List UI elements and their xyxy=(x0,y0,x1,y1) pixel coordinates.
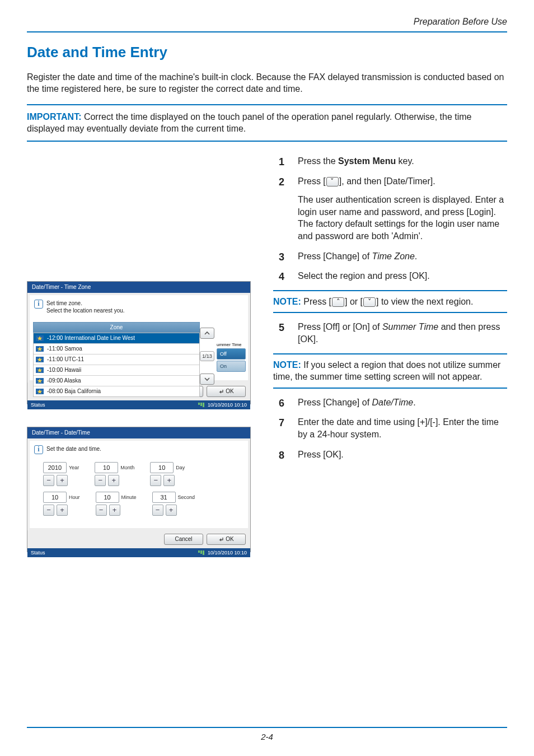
hour-value: 10 xyxy=(43,492,67,503)
flag-icon xyxy=(36,335,44,341)
flag-icon xyxy=(36,357,44,362)
step-2-para1: The user authentication screen is displa… xyxy=(298,194,507,218)
month-label: Month xyxy=(120,462,134,471)
info-icon: i xyxy=(34,445,43,454)
cancel-button[interactable]: Cancel xyxy=(164,534,203,545)
zone-row-label: -11:00 Samoa xyxy=(47,345,82,353)
chevron-down-icon: ˅ xyxy=(326,177,339,186)
important-block: IMPORTANT: Correct the time displayed on… xyxy=(27,104,507,142)
zone-row-label: -08:00 Baja California xyxy=(47,388,101,395)
zone-row-selected[interactable]: -12:00 International Date Line West xyxy=(34,333,199,344)
month-plus-button[interactable]: + xyxy=(108,475,119,486)
step-2-para2: The factory default settings for the log… xyxy=(298,218,507,242)
important-label: IMPORTANT: xyxy=(27,112,81,122)
datetime-info-text: Set the date and time. xyxy=(46,445,101,453)
minute-minus-button[interactable]: − xyxy=(96,505,107,516)
minute-label: Minute xyxy=(121,492,137,501)
second-label: Second xyxy=(178,492,195,501)
year-minus-button[interactable]: − xyxy=(43,475,54,486)
note-region-nav: NOTE: Press [˄] or [˅] to view the next … xyxy=(273,290,507,314)
top-rule xyxy=(27,31,507,32)
minute-value: 10 xyxy=(96,492,119,503)
timezone-info-text: Set time zone. Select the location neare… xyxy=(46,300,125,315)
summer-time-label: ummer Time xyxy=(217,342,246,348)
hour-label: Hour xyxy=(69,492,80,501)
zone-row-label: -09:00 Alaska xyxy=(47,377,81,385)
zone-row[interactable]: -10:00 Hawaii xyxy=(34,365,199,376)
hour-minus-button[interactable]: − xyxy=(43,505,54,516)
hour-plus-button[interactable]: + xyxy=(57,505,68,516)
month-value: 10 xyxy=(95,462,118,473)
zone-row[interactable]: -11:00 UTC-11 xyxy=(34,354,199,365)
day-plus-button[interactable]: + xyxy=(163,475,175,486)
zone-row-label: -10:00 Hawaii xyxy=(47,366,81,374)
important-text: Correct the time displayed on the touch … xyxy=(27,112,471,134)
step-8: Press [OK]. xyxy=(273,449,507,461)
step-3-em: Time Zone xyxy=(372,251,415,261)
intro-paragraph: Register the date and time of the machin… xyxy=(27,71,507,95)
zone-column-header: Zone xyxy=(33,322,200,333)
step-4: Select the region and press [OK]. xyxy=(273,270,507,282)
step-5: Press [Off] or [On] of Summer Time and t… xyxy=(273,321,507,345)
step-1-pre: Press the xyxy=(298,156,338,166)
status-timestamp: 10/10/2010 10:10 xyxy=(208,549,247,556)
signal-icon xyxy=(198,550,204,555)
year-value: 2010 xyxy=(43,462,67,473)
step-6-post: . xyxy=(413,398,415,407)
day-label: Day xyxy=(176,462,185,471)
ok-label: OK xyxy=(226,388,233,395)
zone-list: -12:00 International Date Line West -11:… xyxy=(33,333,200,397)
zone-row[interactable]: -08:00 Baja California xyxy=(34,386,199,396)
ok-button[interactable]: OK xyxy=(207,534,246,545)
year-plus-button[interactable]: + xyxy=(57,475,68,486)
page-title: Date and Time Entry xyxy=(27,43,507,62)
ok-button[interactable]: OK xyxy=(207,386,246,397)
scroll-down-button[interactable] xyxy=(200,374,214,385)
scroll-up-button[interactable] xyxy=(200,328,214,339)
second-value: 31 xyxy=(152,492,176,503)
step-3-pre: Press [Change] of xyxy=(298,251,372,261)
status-timestamp: 10/10/2010 10:10 xyxy=(208,402,247,408)
zone-row-label: -12:00 International Date Line West xyxy=(47,334,135,342)
flag-icon xyxy=(36,378,44,384)
step-1-post: key. xyxy=(396,156,414,166)
day-minus-button[interactable]: − xyxy=(150,475,161,486)
step-1: Press the System Menu key. xyxy=(273,155,507,167)
note1-mid: ] or [ xyxy=(345,297,363,306)
second-plus-button[interactable]: + xyxy=(166,505,177,516)
month-minus-button[interactable]: − xyxy=(95,475,106,486)
step-1-bold: System Menu xyxy=(338,156,396,166)
zone-row[interactable]: -09:00 Alaska xyxy=(34,376,199,386)
step-2-pre: Press [ xyxy=(298,176,326,186)
return-icon xyxy=(218,536,224,542)
step-3-post: . xyxy=(415,251,417,261)
timezone-panel: Date/Timer - Time Zone i Set time zone. … xyxy=(27,281,251,404)
flag-icon xyxy=(36,367,44,373)
timezone-info-line2: Select the location nearest you. xyxy=(46,307,125,315)
info-icon: i xyxy=(34,300,43,309)
summer-off-button[interactable]: Off xyxy=(217,348,246,360)
status-label[interactable]: Status xyxy=(31,402,45,408)
step-5-em: Summer Time xyxy=(382,322,438,332)
status-label[interactable]: Status xyxy=(31,549,45,556)
zone-row[interactable]: -11:00 Samoa xyxy=(34,344,199,354)
year-label: Year xyxy=(69,462,79,471)
step-5-pre: Press [Off] or [On] of xyxy=(298,322,382,332)
step-7: Enter the date and time using [+]/[-]. E… xyxy=(273,416,507,440)
timezone-info-line1: Set time zone. xyxy=(46,300,125,307)
step-2: Press [˅], and then [Date/Timer]. The us… xyxy=(273,175,507,242)
page-footer: 2-4 xyxy=(0,727,534,743)
chevron-down-icon: ˅ xyxy=(363,297,376,307)
summer-on-button[interactable]: On xyxy=(217,361,246,372)
step-6-pre: Press [Change] of xyxy=(298,398,372,407)
minute-plus-button[interactable]: + xyxy=(109,505,120,516)
step-6-em: Date/Time xyxy=(372,398,414,407)
step-6: Press [Change] of Date/Time. xyxy=(273,396,507,409)
flag-icon xyxy=(36,346,44,352)
second-minus-button[interactable]: − xyxy=(152,505,163,516)
page-number: 2-4 xyxy=(261,732,273,741)
timezone-panel-title: Date/Timer - Time Zone xyxy=(27,282,250,293)
flag-icon xyxy=(36,389,44,394)
signal-icon xyxy=(198,403,204,407)
step-2-post: ], and then [Date/Timer]. xyxy=(339,176,435,186)
